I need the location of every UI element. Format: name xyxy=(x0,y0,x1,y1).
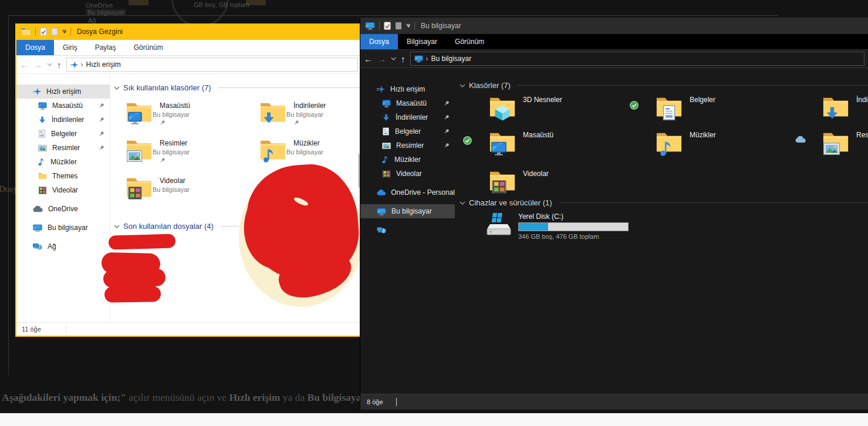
sidebar-item-pictures[interactable]: Resimler xyxy=(360,138,455,153)
sidebar-item-onedrive[interactable]: OneDrive xyxy=(16,202,110,216)
file-explorer-window-dark: Bu bilgisayar Dosya Bilgisayar Görünüm ←… xyxy=(360,18,868,410)
sidebar-item-network[interactable] xyxy=(360,223,455,237)
tab-dosya[interactable]: Dosya xyxy=(16,40,54,55)
sidebar-item-quick-access[interactable]: Hızlı erişim xyxy=(360,82,455,96)
sidebar-item-this-pc[interactable]: Bu bilgisayar xyxy=(360,204,455,218)
address-bar-row: ← → ↑ › Hızlı erişim xyxy=(16,56,362,74)
titlebar[interactable]: Bu bilgisayar xyxy=(360,18,868,34)
hard-drive-icon xyxy=(485,212,512,236)
sidebar-item-videos[interactable]: Videolar xyxy=(360,167,455,181)
tile-name: Masaüstü xyxy=(523,130,553,139)
drive-tile-local-disk-c[interactable]: Yerel Disk (C:) 346 GB boş, 476 GB topla… xyxy=(485,212,629,240)
drive-capacity-text: 346 GB boş, 476 GB toplam xyxy=(518,233,629,240)
folder-tile-videos[interactable]: Videolar xyxy=(489,169,549,192)
folder-tile-music[interactable]: Müzikler xyxy=(656,130,716,154)
background-text-pc: Bu bilgisayar xyxy=(86,9,126,16)
tile-name: İndirilenler xyxy=(293,101,326,110)
folder-tile-pictures[interactable]: Resimler xyxy=(822,130,868,154)
tile-name: İndirilenler xyxy=(856,95,868,104)
customize-toolbar-icon[interactable] xyxy=(62,30,66,34)
chevron-down-icon[interactable] xyxy=(460,84,465,87)
tab-gorunum[interactable]: Görünüm xyxy=(446,34,493,49)
music-icon xyxy=(382,155,389,164)
section-title: Son kullanılan dosyalar (4) xyxy=(123,222,214,231)
section-header-folders[interactable]: Klasörler (7) xyxy=(460,81,868,90)
quick-access-star-icon xyxy=(377,85,385,93)
breadcrumb[interactable]: Hızlı erişim xyxy=(86,60,121,69)
customize-toolbar-icon[interactable] xyxy=(406,24,410,28)
sidebar-item-documents[interactable]: Belgeler xyxy=(16,127,110,141)
drive-bar-fill xyxy=(519,223,548,231)
chevron-down-icon[interactable] xyxy=(460,201,465,205)
desktop-icon xyxy=(38,102,47,110)
sidebar-item-music[interactable]: Müzikler xyxy=(16,155,110,169)
sidebar-item-quick-access[interactable]: Hızlı erişim xyxy=(16,84,110,99)
quick-toolbar-newfolder-icon[interactable] xyxy=(395,22,402,30)
titlebar[interactable]: Dosya Gezgini xyxy=(16,23,362,40)
sidebar-item-onedrive[interactable]: OneDrive - Personal xyxy=(360,185,455,200)
sidebar-item-themes[interactable]: Themes xyxy=(16,169,110,183)
sidebar-item-music[interactable]: Müzikler xyxy=(360,153,455,167)
sidebar-item-network[interactable]: Ağ xyxy=(16,239,110,253)
folder-tile-videos[interactable]: Videolar Bu bilgisayar xyxy=(126,176,190,198)
tab-paylas[interactable]: Paylaş xyxy=(86,40,125,55)
window-title: Bu bilgisayar xyxy=(421,22,461,30)
background-page-strip xyxy=(0,413,868,426)
section-header-frequent-folders[interactable]: Sık kullanılan klasörler (7) xyxy=(114,83,362,92)
ribbon-tabs: Dosya Giriş Paylaş Görünüm xyxy=(16,40,362,56)
breadcrumb[interactable]: Bu bilgisayar xyxy=(431,55,472,63)
sidebar-item-documents[interactable]: Belgeler xyxy=(360,124,455,138)
cloud-status-badge-icon xyxy=(795,136,806,143)
folder-tile-desktop[interactable]: Masaüstü xyxy=(489,130,553,154)
sidebar-item-label: Resimler xyxy=(396,141,424,150)
background-text-onedrive: OneDrive xyxy=(86,2,113,9)
tile-name: 3D Nesneler xyxy=(523,95,562,104)
sidebar-item-desktop[interactable]: Masaüstü xyxy=(360,96,455,110)
forward-button[interactable]: → xyxy=(33,60,42,69)
address-box[interactable]: › Bu bilgisayar xyxy=(410,52,865,66)
file-explorer-window-light: Dosya Gezgini Dosya Giriş Paylaş Görünüm… xyxy=(15,23,362,337)
sidebar-item-label: Hızlı erişim xyxy=(390,85,425,93)
folder-tile-desktop[interactable]: Masaüstü Bu bilgisayar xyxy=(126,101,190,126)
forward-button[interactable]: → xyxy=(377,55,386,63)
folder-tile-music[interactable]: Müzikler Bu bilgisayar xyxy=(259,138,323,161)
recent-locations-chevron-icon[interactable] xyxy=(391,57,396,60)
back-button[interactable]: ← xyxy=(20,60,29,69)
address-box[interactable]: › Hızlı erişim xyxy=(66,58,359,72)
breadcrumb-chevron: › xyxy=(426,55,428,63)
chevron-down-icon[interactable] xyxy=(114,86,120,90)
sidebar-item-this-pc[interactable]: Bu bilgisayar xyxy=(16,221,110,235)
pin-icon xyxy=(99,103,104,109)
folder-tile-downloads[interactable]: İndirilenler Bu bilgisayar xyxy=(259,101,326,126)
sidebar-item-downloads[interactable]: İndirilenler xyxy=(16,113,110,127)
tile-location: Bu bilgisayar xyxy=(153,147,190,155)
tab-dosya[interactable]: Dosya xyxy=(360,34,398,49)
tab-bilgisayar[interactable]: Bilgisayar xyxy=(398,34,446,49)
sidebar-item-label: Masaüstü xyxy=(52,102,83,110)
quick-toolbar-properties-icon[interactable] xyxy=(40,28,47,36)
tile-name: Resimler xyxy=(856,130,868,139)
sidebar-item-label: Ağ xyxy=(48,242,56,251)
sidebar-item-pictures[interactable]: Resimler xyxy=(16,141,110,155)
annotation-red-stroke xyxy=(103,268,166,288)
pin-icon xyxy=(444,143,450,148)
quick-toolbar-properties-icon[interactable] xyxy=(384,22,391,30)
folder-download-icon xyxy=(259,101,286,123)
back-button[interactable]: ← xyxy=(364,55,373,63)
up-button[interactable]: ↑ xyxy=(401,55,406,63)
sidebar-item-desktop[interactable]: Masaüstü xyxy=(16,99,110,113)
sidebar-item-videos[interactable]: Videolar xyxy=(16,183,110,197)
section-header-devices-drives[interactable]: Cihazlar ve sürücüler (1) xyxy=(460,198,868,207)
quick-toolbar-newfolder-icon[interactable] xyxy=(51,28,58,36)
folder-tile-pictures[interactable]: Resimler Bu bilgisayar xyxy=(126,138,190,163)
folder-tile-downloads[interactable]: İndirilenler xyxy=(822,95,868,119)
folder-tile-3d-objects[interactable]: 3D Nesneler xyxy=(489,95,562,119)
up-button[interactable]: ↑ xyxy=(57,60,62,69)
recent-locations-chevron-icon[interactable] xyxy=(47,63,52,66)
sidebar-item-label: Belgeler xyxy=(51,130,77,138)
folder-tile-documents[interactable]: Belgeler xyxy=(656,95,715,119)
chevron-down-icon[interactable] xyxy=(114,225,120,228)
sidebar-item-downloads[interactable]: İndirilenler xyxy=(360,110,455,124)
tab-giris[interactable]: Giriş xyxy=(54,40,86,55)
tab-gorunum[interactable]: Görünüm xyxy=(125,40,172,55)
